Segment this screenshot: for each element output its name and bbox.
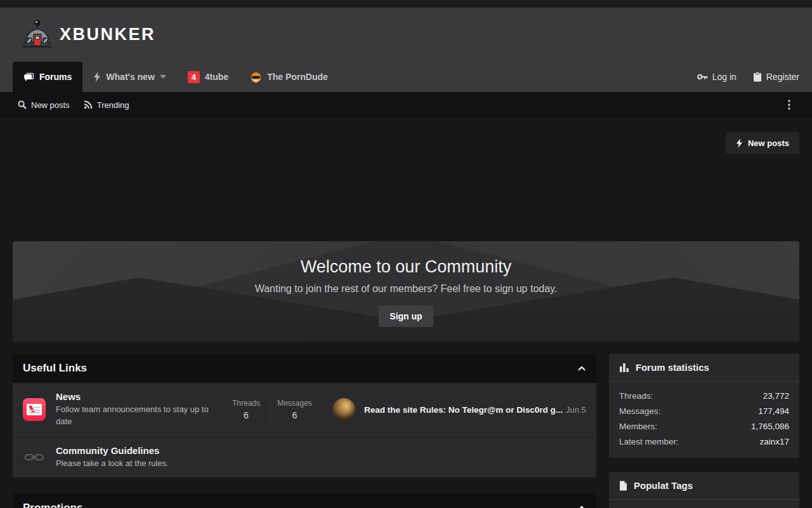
- subnav-bar: New posts Trending: [0, 92, 812, 117]
- login-label: Log in: [712, 72, 737, 82]
- node-description: Please take a look at the rules.: [56, 458, 222, 470]
- messages-value: 6: [271, 410, 318, 420]
- node-title[interactable]: Community Guidelines: [56, 445, 222, 456]
- tab-label: 4tube: [205, 72, 228, 82]
- new-posts-button[interactable]: New posts: [726, 132, 799, 154]
- populat-tags-block: Populat Tags: [609, 472, 799, 508]
- messages-label: Messages: [271, 399, 318, 408]
- stat-row: Messages: 177,494: [619, 404, 789, 419]
- tab-label: Forums: [39, 72, 72, 82]
- chevron-down-icon: [160, 75, 166, 79]
- block-title: Promotions: [23, 502, 82, 508]
- rss-icon: [84, 100, 93, 109]
- forum-statistics-block: Forum statistics Threads: 23,772 Message…: [609, 354, 799, 458]
- stat-row: Threads: 23,772: [619, 389, 789, 404]
- forum-statistics-body: Threads: 23,772 Messages: 177,494 Member…: [609, 382, 799, 458]
- key-icon: [697, 73, 708, 81]
- main-nav: Forums What's new 4 4tube The PornDude: [0, 62, 812, 92]
- link-icon: [23, 453, 46, 462]
- useful-links-block: Useful Links: [13, 354, 596, 478]
- node-description: Follow team announcements to stay up to …: [56, 404, 222, 428]
- bunker-logo-icon[interactable]: [21, 19, 54, 51]
- forum-node-news[interactable]: News Follow team announcements to stay u…: [13, 383, 596, 437]
- tab-the-porndude[interactable]: The PornDude: [239, 62, 339, 92]
- messages-stat: Messages 6: [270, 399, 318, 420]
- stat-value: 23,772: [763, 389, 789, 404]
- banner-subtitle: Wanting to join the rest of our members?…: [13, 283, 799, 295]
- stat-label: Messages:: [619, 404, 660, 419]
- side-block-title: Populat Tags: [634, 480, 693, 491]
- register-icon: [753, 72, 762, 82]
- tab-forums[interactable]: Forums: [13, 62, 82, 92]
- tab-whats-new[interactable]: What's new: [82, 62, 176, 92]
- search-icon: [18, 100, 27, 109]
- page-content: New posts Welcome to our Community Wanti…: [0, 132, 812, 508]
- stat-label: Latest member:: [619, 434, 679, 450]
- register-link[interactable]: Register: [753, 62, 799, 92]
- overflow-menu-icon[interactable]: [784, 97, 794, 112]
- register-label: Register: [766, 72, 799, 82]
- banner-title: Welcome to our Community: [13, 257, 799, 277]
- nav-spacer: [339, 62, 681, 92]
- porndude-icon: [250, 71, 262, 83]
- block-title: Useful Links: [23, 362, 87, 375]
- lightning-icon: [736, 138, 743, 148]
- tab-label: The PornDude: [267, 72, 328, 82]
- subnav-new-posts[interactable]: New posts: [18, 100, 70, 110]
- login-link[interactable]: Log in: [697, 62, 737, 92]
- node-title[interactable]: News: [56, 391, 222, 402]
- sidebar: Forum statistics Threads: 23,772 Message…: [609, 354, 799, 508]
- promotions-block: Promotions: [13, 493, 596, 508]
- side-block-title: Forum statistics: [636, 362, 709, 373]
- sign-up-button[interactable]: Sign up: [379, 305, 433, 327]
- new-posts-button-label: New posts: [748, 138, 789, 148]
- forum-node-community-guidelines[interactable]: Community Guidelines Please take a look …: [13, 437, 596, 478]
- tab-label: What's new: [106, 72, 154, 82]
- promotions-header[interactable]: Promotions: [13, 493, 596, 508]
- subnav-label: Trending: [97, 100, 129, 110]
- stat-row: Members: 1,765,086: [619, 419, 789, 434]
- stat-value[interactable]: zainx17: [759, 434, 789, 450]
- top-strip: [0, 0, 812, 8]
- brand-name[interactable]: XBUNKER: [60, 25, 155, 44]
- latest-post-avatar[interactable]: [332, 398, 355, 421]
- news-icon: [23, 398, 46, 421]
- threads-stat: Threads 6: [222, 399, 270, 420]
- 4tube-icon: 4: [188, 71, 200, 83]
- subnav-label: New posts: [31, 100, 70, 110]
- tab-4tube[interactable]: 4 4tube: [177, 62, 239, 92]
- threads-label: Threads: [222, 399, 270, 408]
- file-icon: [619, 481, 627, 491]
- main-column: Useful Links: [13, 354, 596, 508]
- populat-tags-body: [609, 500, 799, 508]
- forums-icon: [23, 72, 34, 82]
- stat-row: Latest member: zainx17: [619, 434, 789, 450]
- collapse-chevron-up-icon[interactable]: [577, 505, 586, 508]
- bar-chart-icon: [619, 363, 629, 372]
- node-text: News Follow team announcements to stay u…: [56, 391, 222, 428]
- welcome-banner: Welcome to our Community Wanting to join…: [13, 241, 799, 342]
- lightning-icon: [93, 72, 101, 82]
- collapse-chevron-up-icon[interactable]: [577, 366, 586, 371]
- latest-post: Read the site Rules: No Telegr@m or Disc…: [364, 405, 586, 415]
- useful-links-header[interactable]: Useful Links: [13, 354, 596, 383]
- latest-post-meta: Jun 5, 2024 · ...: [566, 405, 586, 415]
- stat-label: Members:: [619, 419, 657, 434]
- threads-value: 6: [222, 410, 270, 420]
- subnav-trending[interactable]: Trending: [84, 100, 129, 110]
- toolbar-row: New posts: [13, 132, 799, 154]
- banner-inner: Welcome to our Community Wanting to join…: [13, 241, 799, 327]
- latest-post-title[interactable]: Read the site Rules: No Telegr@m or Disc…: [364, 405, 563, 415]
- populat-tags-header: Populat Tags: [609, 472, 799, 500]
- stat-label: Threads:: [619, 389, 653, 404]
- node-text: Community Guidelines Please take a look …: [56, 445, 222, 470]
- stat-value: 1,765,086: [751, 419, 789, 434]
- forum-statistics-header: Forum statistics: [609, 354, 799, 382]
- columns: Useful Links: [13, 354, 799, 508]
- stat-value: 177,494: [758, 404, 789, 419]
- site-header: XBUNKER: [0, 8, 812, 62]
